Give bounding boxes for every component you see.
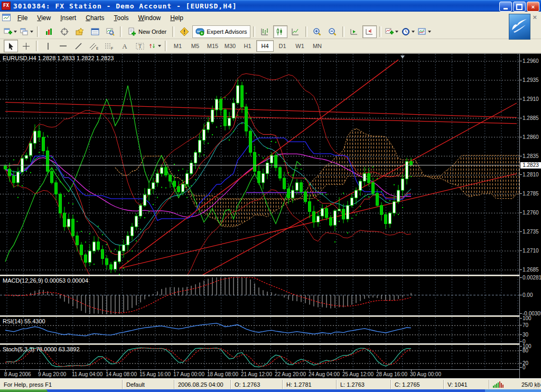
main-chart-canvas[interactable] — [0, 54, 519, 275]
timeframe-button-d1[interactable]: D1 — [274, 40, 291, 52]
menu-item-file[interactable]: File — [13, 13, 32, 23]
bird-icon — [509, 14, 530, 39]
timeframe-button-m5[interactable]: M5 — [186, 40, 204, 52]
menu-item-window[interactable]: Window — [134, 13, 166, 23]
toolbar-separator — [120, 26, 122, 37]
text-tool-button[interactable]: A — [117, 40, 132, 52]
window-title: 3010384: FX Station - Demo Account - [EU… — [13, 2, 237, 10]
time-axis-label: 21 Aug 12:00 — [241, 371, 272, 377]
price-tick-label: 1.2935 — [523, 77, 539, 83]
menu-bar: FileViewInsertChartsToolsWindowHelp × — [0, 12, 541, 25]
price-tick-label: 1.2960 — [523, 58, 539, 64]
zoom-out-button[interactable] — [325, 25, 340, 38]
stochastic-label: Stoch(5,3,3) 78.0000 63.3892 — [3, 346, 80, 352]
rsi-axis-label: 30 — [523, 332, 528, 338]
stochastic-pane[interactable]: Stoch(5,3,3) 78.0000 63.3892 — [0, 345, 519, 369]
toolbar-separator — [37, 26, 39, 37]
toolbar-separator — [36, 41, 38, 51]
metaeditor-button[interactable]: ! — [177, 25, 191, 38]
timeframe-button-h1[interactable]: H1 — [239, 40, 256, 52]
arrows-tool-button[interactable] — [148, 40, 162, 52]
new-order-button[interactable]: New Order — [125, 25, 170, 38]
vertical-line-tool-button[interactable] — [41, 40, 55, 52]
auto-scroll-button[interactable] — [347, 25, 361, 38]
maximize-button[interactable] — [513, 2, 526, 12]
market-watch-button[interactable] — [42, 25, 56, 38]
zoom-in-button[interactable] — [310, 25, 324, 38]
overlay-app-icon[interactable] — [509, 14, 530, 40]
new-order-label: New Order — [138, 29, 166, 35]
expert-advisors-button[interactable]: Expert Advisors — [192, 25, 250, 38]
strategy-tester-button[interactable] — [103, 25, 117, 38]
rsi-canvas[interactable] — [0, 317, 519, 343]
data-window-button[interactable] — [57, 25, 71, 38]
bar-chart-mode-button[interactable] — [258, 25, 272, 38]
chevron-down-icon — [30, 31, 33, 33]
trendline-tool-button[interactable] — [71, 40, 86, 52]
menu-item-tools[interactable]: Tools — [109, 13, 134, 23]
time-axis-label: 28 Aug 16:00 — [376, 371, 407, 377]
minimize-button[interactable] — [499, 2, 512, 12]
crosshair-tool-button[interactable] — [19, 40, 33, 52]
svg-text:!: ! — [183, 29, 185, 35]
chart-shift-button[interactable] — [362, 25, 377, 38]
rsi-label: RSI(14) 55.4300 — [3, 318, 45, 324]
timeframe-button-m15[interactable]: M15 — [204, 40, 221, 52]
timeframe-button-m1[interactable]: M1 — [169, 40, 186, 52]
svg-text:F: F — [111, 46, 113, 50]
toolbar-separator — [305, 26, 307, 37]
fibonacci-tool-button[interactable]: F — [102, 40, 116, 52]
current-price-label: 1.2823 — [520, 162, 541, 169]
time-axis-label: 30 Aug 00:00 — [410, 371, 441, 377]
chart-window-icon[interactable] — [2, 14, 11, 23]
cursor-tool-button[interactable] — [4, 40, 18, 52]
horizontal-line-tool-button[interactable] — [56, 40, 70, 52]
time-axis-label: 11 Aug 04:00 — [72, 371, 102, 377]
menu-item-view[interactable]: View — [32, 13, 55, 23]
profiles-button[interactable] — [19, 25, 34, 38]
price-axis[interactable]: 1.29601.29351.29101.28851.28601.28351.28… — [519, 54, 541, 379]
start-button-fragment[interactable] — [0, 389, 48, 392]
status-bar-time: 2006.08.25 04:00 — [174, 380, 231, 389]
toolbar-separator — [165, 41, 167, 51]
indicators-button[interactable] — [384, 25, 399, 38]
menu-item-help[interactable]: Help — [165, 13, 188, 23]
candle-chart-mode-button[interactable] — [273, 25, 287, 38]
expert-advisors-label: Expert Advisors — [207, 29, 247, 35]
time-axis-label: 24 Aug 04:00 — [309, 371, 340, 377]
price-tick-label: 1.2860 — [523, 134, 539, 140]
close-button[interactable]: × — [527, 2, 539, 12]
status-close: C: 1.2765 — [391, 380, 444, 389]
macd-label: MACD(12,26,9) 0.00053 0.00004 — [3, 277, 88, 284]
navigator-button[interactable] — [72, 25, 87, 38]
line-chart-mode-button[interactable] — [288, 25, 303, 38]
timeframe-button-mn[interactable]: MN — [309, 40, 326, 52]
timeframe-button-m30[interactable]: M30 — [221, 40, 239, 52]
status-high: H: 1.2781 — [283, 380, 337, 389]
menu-item-charts[interactable]: Charts — [81, 13, 109, 23]
chart-close-icon[interactable]: × — [533, 13, 537, 21]
svg-text:A: A — [122, 42, 127, 50]
status-profile[interactable]: Default — [123, 380, 174, 389]
time-axis-label: 22 Aug 20:00 — [275, 371, 306, 377]
macd-pane[interactable]: MACD(12,26,9) 0.00053 0.00004 — [0, 276, 519, 315]
timeframe-button-w1[interactable]: W1 — [291, 40, 309, 52]
main-chart-pane[interactable]: EURUSD,H4 1.2828 1.2833 1.2822 1.2823 — [0, 54, 519, 275]
title-bar[interactable]: FX 3010384: FX Station - Demo Account - … — [0, 0, 541, 12]
equidistant-channel-tool-button[interactable]: E — [87, 40, 101, 52]
chevron-down-icon — [428, 31, 431, 33]
menu-item-insert[interactable]: Insert — [55, 13, 81, 23]
status-bar: For Help, press F1 Default 2006.08.25 04… — [0, 378, 541, 390]
terminal-button[interactable] — [88, 25, 102, 38]
templates-button[interactable] — [417, 25, 432, 38]
svg-text:E: E — [96, 46, 98, 50]
new-chart-button[interactable] — [3, 25, 18, 38]
price-tick-label: 1.2710 — [523, 248, 539, 254]
text-label-tool-button[interactable]: T — [133, 40, 147, 52]
resize-grip[interactable] — [534, 382, 540, 389]
taskbar-fragment[interactable] — [0, 389, 541, 392]
price-tick-label: 1.2785 — [523, 191, 539, 197]
periods-button[interactable] — [400, 25, 416, 38]
rsi-pane[interactable]: RSI(14) 55.4300 — [0, 317, 519, 343]
timeframe-button-h4[interactable]: H4 — [256, 40, 274, 52]
